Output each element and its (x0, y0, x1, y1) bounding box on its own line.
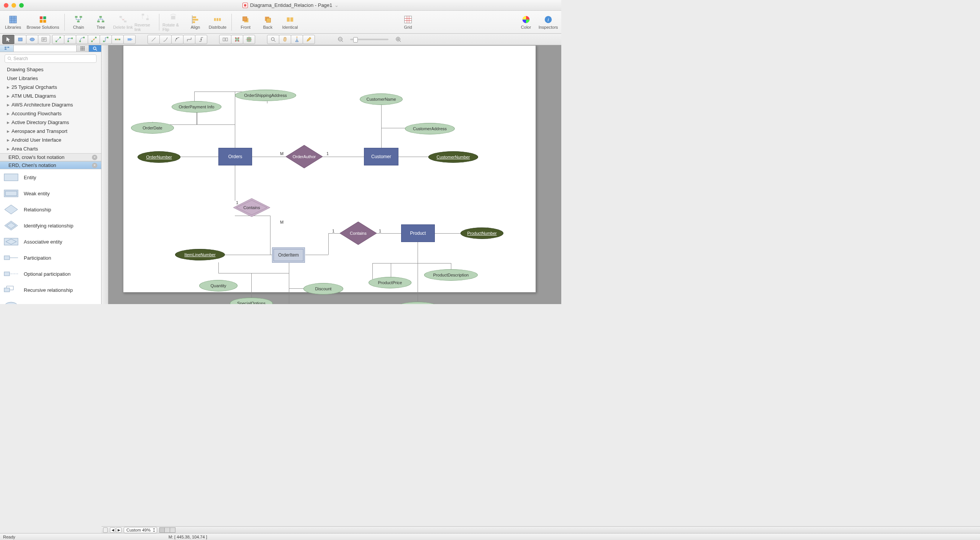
shape-identifying-relationship[interactable]: Identifying relationship (0, 218, 101, 234)
snap-2[interactable] (231, 35, 243, 44)
lib-atm-uml[interactable]: ▶ATM UML Diagrams (0, 92, 101, 100)
outline-toggle[interactable] (0, 45, 14, 52)
connector-2[interactable] (64, 35, 76, 44)
lib-android[interactable]: ▶Android User Interface (0, 136, 101, 144)
attr-orderpayment[interactable]: OrderPayment Info (172, 101, 221, 113)
attr-orderdate[interactable]: OrderDate (131, 122, 174, 134)
lib-aerospace[interactable]: ▶Aerospace and Transport (0, 127, 101, 136)
shape-attribute[interactable]: Attribute (0, 298, 101, 304)
back-button[interactable]: Back (257, 11, 279, 33)
search-toggle[interactable] (89, 45, 101, 52)
attr-productdescription[interactable]: ProductDescription (424, 269, 478, 281)
line-4[interactable] (183, 35, 195, 44)
shape-entity[interactable]: Entity (0, 169, 101, 185)
connector-7[interactable] (123, 35, 136, 44)
line-3[interactable] (171, 35, 184, 44)
attr-quantity[interactable]: Quantity (199, 280, 238, 291)
zoom-out-button[interactable] (334, 35, 347, 44)
rect-tool[interactable] (14, 35, 26, 44)
card-m-contains-bottom: M (280, 220, 284, 224)
pan-tool[interactable] (279, 35, 291, 44)
canvas-area[interactable]: OrderDate OrderPayment Info OrderShippin… (102, 45, 561, 304)
lib-active-directory[interactable]: ▶Active Directory Diagrams (0, 118, 101, 127)
entity-product[interactable]: Product (401, 224, 435, 242)
shape-optional-participation[interactable]: Optional participation (0, 266, 101, 282)
attr-customeraddress[interactable]: CustomerAddress (405, 123, 455, 134)
entity-orderitem[interactable]: OrderItem (272, 247, 305, 263)
browse-solutions-button[interactable]: Browse Solutions (25, 11, 61, 33)
stencil-tab-chen[interactable]: ERD, Chen's notation × (0, 161, 101, 169)
attr-discount[interactable]: Discount (303, 283, 343, 295)
view-group (267, 35, 315, 44)
maximize-window-button[interactable] (19, 3, 24, 8)
snap-3[interactable] (243, 35, 255, 44)
text-tool[interactable] (38, 35, 50, 44)
rel-contains-2[interactable]: Contains (339, 221, 377, 245)
close-icon[interactable]: × (92, 163, 97, 168)
zoom-tool[interactable] (267, 35, 279, 44)
ellipse-tool[interactable] (26, 35, 38, 44)
align-button[interactable]: Align (185, 11, 206, 33)
lib-drawing-shapes[interactable]: Drawing Shapes (0, 65, 101, 74)
attr-specialoptions[interactable]: SpecialOptions (230, 298, 273, 304)
lib-user-libraries[interactable]: User Libraries (0, 74, 101, 83)
pointer-tool[interactable] (2, 35, 15, 44)
library-search-input[interactable]: Search (5, 54, 97, 63)
attr-ordernumber[interactable]: OrderNumber (138, 151, 180, 163)
svg-rect-55 (95, 37, 97, 38)
lib-aws[interactable]: ▶AWS Architecture Diagrams (0, 100, 101, 109)
distribute-button[interactable]: Distribute (207, 11, 228, 33)
libraries-button[interactable]: Libraries (2, 11, 24, 33)
lib-area-charts[interactable]: ▶Area Charts (0, 144, 101, 153)
zoom-slider[interactable] (350, 39, 388, 40)
svg-rect-51 (79, 41, 81, 42)
line-1[interactable] (147, 35, 160, 44)
svg-rect-80 (7, 47, 9, 48)
svg-rect-85 (80, 48, 82, 49)
canvas[interactable]: OrderDate OrderPayment Info OrderShippin… (123, 45, 536, 293)
front-button[interactable]: Front (235, 11, 256, 33)
line-2[interactable] (159, 35, 172, 44)
close-icon[interactable]: × (92, 155, 97, 160)
close-window-button[interactable] (4, 3, 8, 8)
stencil-tab-crowfoot[interactable]: ERD, crow's foot notation × (0, 153, 101, 161)
entity-orders[interactable]: Orders (218, 148, 252, 165)
connector-1[interactable] (52, 35, 64, 44)
connector-6[interactable] (111, 35, 124, 44)
attr-productprice[interactable]: ProductPrice (369, 277, 411, 288)
svg-rect-59 (119, 39, 120, 40)
eyedropper-tool[interactable] (291, 35, 303, 44)
chain-button[interactable]: Chain (68, 11, 89, 33)
inspectors-button[interactable]: i Inspectors (538, 11, 559, 33)
shape-weak-entity[interactable]: Weak entity (0, 185, 101, 201)
attr-productnumber[interactable]: ProductNumber (461, 227, 503, 239)
shape-participation[interactable]: Participation (0, 250, 101, 266)
title-chevron-icon[interactable]: ⌄ (334, 2, 339, 8)
rel-orderauthor[interactable]: OrderAuthor (285, 144, 323, 169)
shape-relationship[interactable]: Relationship (0, 201, 101, 218)
snap-1[interactable] (219, 35, 231, 44)
shape-associative-entity[interactable]: Associative entity (0, 234, 101, 250)
attr-producttype[interactable]: ProductType (396, 302, 439, 304)
line-5[interactable] (195, 35, 207, 44)
svg-rect-50 (71, 38, 73, 39)
zoom-in-button[interactable] (392, 35, 405, 44)
connector-3[interactable] (76, 35, 88, 44)
connector-4[interactable] (88, 35, 100, 44)
color-button[interactable]: Color (515, 11, 537, 33)
grid-button[interactable]: Grid (397, 11, 419, 33)
edit-tool[interactable] (303, 35, 315, 44)
shape-recursive-relationship[interactable]: Recursive relationship (0, 282, 101, 298)
grid-view-toggle[interactable] (77, 45, 89, 52)
lib-accounting[interactable]: ▶Accounting Flowcharts (0, 109, 101, 118)
lib-orgcharts[interactable]: ▶25 Typical Orgcharts (0, 83, 101, 92)
attr-customernumber[interactable]: CustomerNumber (428, 151, 478, 163)
entity-customer[interactable]: Customer (364, 148, 398, 165)
tree-button[interactable]: Tree (90, 11, 111, 33)
attr-itemlinenumber[interactable]: ItemLineNumber (175, 249, 225, 260)
identical-button[interactable]: Identical (279, 11, 301, 33)
connector-5[interactable] (100, 35, 112, 44)
minimize-window-button[interactable] (11, 3, 16, 8)
attr-customername[interactable]: CustomerName (360, 93, 403, 105)
attr-ordershipping[interactable]: OrderShippingAddress (235, 90, 296, 101)
